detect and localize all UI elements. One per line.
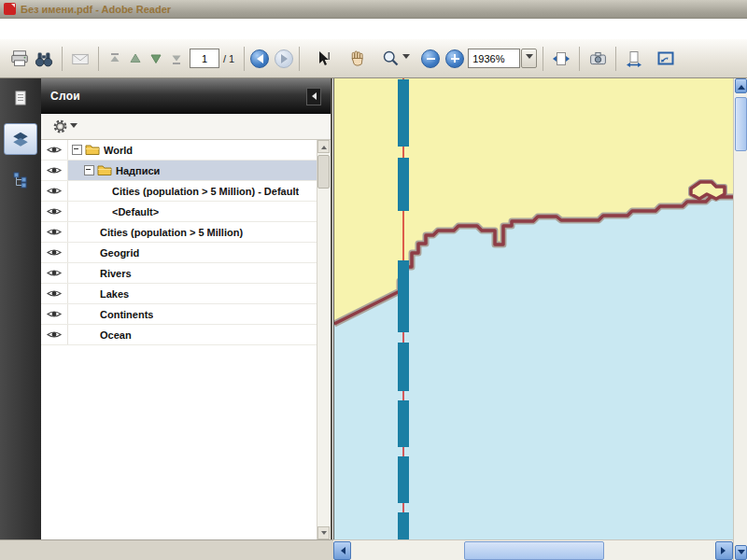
scroll-left-button[interactable] [333, 541, 351, 560]
scroll-down-button[interactable] [735, 545, 747, 560]
hand-tool-button[interactable] [345, 47, 369, 71]
eye-icon [47, 329, 62, 340]
page-number-input[interactable] [190, 49, 219, 68]
first-page-icon [106, 50, 123, 67]
last-page-icon [168, 50, 185, 67]
layer-label: Ocean [100, 329, 132, 341]
triangle-down-icon [321, 531, 327, 538]
layer-row[interactable]: Cities (population > 5 Million) [41, 222, 317, 243]
horizontal-scrollbar[interactable] [333, 539, 733, 560]
layer-row[interactable]: Cities (population > 5 Million) - Defaul… [41, 181, 317, 202]
layer-label: <Default> [112, 206, 159, 217]
fit-width-button[interactable] [549, 47, 573, 71]
toolbar-separator [244, 47, 245, 71]
next-page-button[interactable] [146, 47, 166, 71]
previous-view-button[interactable] [250, 49, 269, 68]
triangle-right-icon [721, 547, 729, 554]
minus-icon [427, 58, 435, 60]
expand-collapse-box[interactable] [72, 145, 82, 155]
zoom-out-button[interactable] [421, 49, 440, 68]
layer-visibility-toggle[interactable] [41, 161, 68, 180]
document-page[interactable] [333, 78, 734, 539]
layer-row-body[interactable]: Надписи [68, 161, 317, 180]
layer-visibility-toggle[interactable] [41, 325, 68, 344]
plus-icon [451, 58, 459, 60]
previous-page-button[interactable] [125, 47, 146, 71]
triangle-up-icon [321, 143, 327, 149]
vertical-scrollbar[interactable] [733, 78, 747, 560]
layer-label: Cities (population > 5 Million) - Defaul… [112, 186, 299, 197]
layer-visibility-toggle[interactable] [41, 284, 68, 303]
last-page-button[interactable] [166, 47, 187, 71]
layer-row-body[interactable]: Geogrid [68, 243, 317, 262]
layer-label: Continents [100, 309, 153, 320]
collapse-arrow-icon [308, 92, 317, 100]
layer-row-body[interactable]: <Default> [68, 202, 317, 221]
email-button[interactable] [68, 47, 92, 71]
layer-row[interactable]: <Default> [41, 202, 317, 222]
full-screen-button[interactable] [654, 47, 678, 71]
layer-row[interactable]: Rivers [41, 263, 317, 284]
layer-label: Rivers [100, 268, 132, 279]
zoom-tool-dropdown-icon[interactable] [402, 54, 410, 63]
layer-row-body[interactable]: Rivers [68, 263, 317, 283]
layer-row[interactable]: Geogrid [41, 243, 317, 263]
snapshot-button[interactable] [585, 47, 610, 71]
next-view-button[interactable] [275, 49, 293, 68]
zoom-level-input[interactable] [468, 49, 520, 68]
layer-row[interactable]: Lakes [41, 284, 317, 304]
scroll-down-button[interactable] [317, 526, 330, 539]
printer-icon [9, 49, 30, 69]
layers-panel-header: Слои [41, 78, 331, 114]
layer-row-body[interactable]: Cities (population > 5 Million) [68, 222, 317, 242]
layer-row-body[interactable]: World [68, 140, 317, 160]
collapse-panel-button[interactable] [306, 88, 321, 105]
layer-visibility-toggle[interactable] [41, 202, 68, 221]
expand-collapse-box[interactable] [84, 165, 94, 175]
layer-row[interactable]: Continents [41, 304, 317, 325]
window-title: Без имени.pdf - Adobe Reader [21, 4, 171, 15]
scroll-thumb[interactable] [317, 155, 330, 189]
layer-visibility-toggle[interactable] [41, 243, 68, 262]
page-count-label: / 1 [223, 53, 234, 64]
zoom-in-button[interactable] [445, 49, 464, 68]
minus-icon [86, 169, 91, 170]
layer-row[interactable]: World [41, 140, 317, 161]
model-tree-panel-tab[interactable] [5, 164, 36, 194]
scroll-up-button[interactable] [735, 78, 747, 93]
magnifier-icon [381, 49, 401, 68]
layer-row-body[interactable]: Lakes [68, 284, 317, 303]
layer-visibility-toggle[interactable] [41, 181, 68, 201]
fit-page-button[interactable] [622, 47, 646, 71]
options-gear-button[interactable] [52, 119, 78, 134]
triangle-down-icon [738, 550, 745, 558]
layer-row[interactable]: Надписи [41, 161, 317, 181]
layer-visibility-toggle[interactable] [41, 140, 68, 160]
vertical-scroll-thumb[interactable] [735, 97, 747, 151]
navigation-rail [0, 78, 41, 539]
scroll-right-button[interactable] [715, 541, 733, 560]
layers-panel-tab[interactable] [4, 123, 37, 155]
search-button[interactable] [32, 47, 56, 71]
layers-options-row [41, 114, 331, 140]
layers-tree: WorldНадписиCities (population > 5 Milli… [41, 140, 317, 539]
layer-row[interactable]: Ocean [41, 325, 317, 345]
zoom-dropdown-button[interactable] [521, 49, 537, 68]
folder-icon [97, 164, 112, 176]
pages-panel-tab[interactable] [5, 84, 36, 114]
adobe-reader-icon [4, 3, 16, 15]
print-button[interactable] [7, 47, 32, 71]
layer-row-body[interactable]: Continents [68, 304, 317, 324]
layer-row-body[interactable]: Ocean [68, 325, 317, 344]
layer-row-body[interactable]: Cities (population > 5 Million) - Defaul… [68, 181, 317, 201]
scroll-up-button[interactable] [317, 140, 330, 153]
layer-visibility-toggle[interactable] [41, 304, 68, 324]
first-page-button[interactable] [105, 47, 125, 71]
layer-visibility-toggle[interactable] [41, 263, 68, 283]
layers-tree-scrollbar[interactable] [317, 140, 331, 539]
zoom-marquee-button[interactable] [378, 47, 402, 71]
layer-visibility-toggle[interactable] [41, 222, 68, 242]
horizontal-scroll-thumb[interactable] [464, 541, 604, 560]
eye-icon [47, 206, 62, 217]
select-tool-button[interactable] [311, 47, 335, 71]
